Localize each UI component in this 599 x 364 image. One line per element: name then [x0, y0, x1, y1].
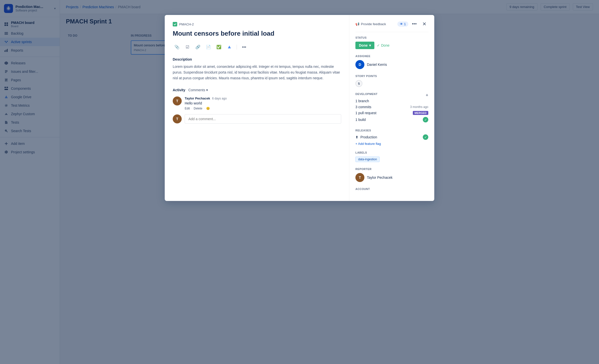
dev-item-build: 1 build ✓ — [355, 116, 428, 123]
story-points-value: 5 — [355, 80, 362, 87]
add-feature-flag-link[interactable]: + Add feature flag — [355, 142, 428, 146]
ticket-type-icon — [173, 22, 177, 26]
modal-overlay[interactable]: PMACH-2 Mount censors before initial loa… — [0, 0, 599, 364]
description-text: Lorem ipsum dolor sit amet, consectetur … — [173, 64, 341, 81]
release-upload-icon: ⬆ — [355, 135, 358, 139]
build-check-icon: ✓ — [423, 117, 428, 122]
close-button[interactable]: ✕ — [420, 20, 428, 28]
releases-section-title: RELEASES — [355, 129, 428, 132]
labels-section-title: LABELS — [355, 151, 428, 154]
status-value: Done — [359, 43, 368, 47]
comment-dot-1: · — [191, 107, 192, 110]
commits-age: 3 months ago — [410, 105, 428, 109]
comment-item-taylor: T Taylor Pechacek 6 days ago Hello world… — [173, 96, 341, 110]
assignee-row: D Daniel Kerris — [355, 60, 428, 69]
dev-item-branch: 1 branch — [355, 98, 428, 104]
reporter-avatar: T — [355, 173, 364, 182]
status-section: STATUS Done ▾ ✓ Done — [355, 36, 428, 49]
release-name-label: Production — [360, 135, 377, 139]
reporter-name: Taylor Pechacek — [367, 176, 393, 180]
emoji-reaction-icon[interactable]: 😊 — [206, 107, 210, 110]
story-points-section: STORY POINTS 5 — [355, 75, 428, 87]
modal-toolbar: 📎 ☑ 🔗 📄 ✅ ••• — [173, 43, 341, 51]
assignee-section-title: ASSIGNEE — [355, 55, 428, 58]
link-button[interactable]: 🔗 — [194, 43, 202, 51]
release-name-row: ⬆ Production — [355, 135, 377, 139]
development-section-title: DEVELOPMENT — [355, 92, 378, 95]
assignee-section: ASSIGNEE D Daniel Kerris — [355, 55, 428, 69]
page-button[interactable]: 📄 — [204, 43, 213, 51]
comment-time: 6 days ago — [212, 97, 227, 100]
modal-right: 📢 Provide feedback 👁 1 ••• ✕ STATUS — [349, 15, 434, 201]
comments-chevron-icon: ▾ — [206, 88, 208, 92]
status-row: Done ▾ ✓ Done — [355, 42, 428, 49]
modal-title: Mount censors before initial load — [173, 29, 341, 38]
status-chevron-icon: ▾ — [369, 43, 371, 47]
release-check-icon: ✓ — [423, 134, 428, 140]
merged-badge: MERGED — [413, 111, 428, 115]
development-section: DEVELOPMENT + 1 branch 3 commits 3 month… — [355, 92, 428, 123]
circle-check-button[interactable]: ✅ — [215, 43, 223, 51]
watchers-count: 1 — [404, 22, 406, 26]
watchers-badge[interactable]: 👁 1 — [397, 21, 408, 27]
reporter-row: T Taylor Pechacek — [355, 173, 428, 182]
comment-edit-link[interactable]: Edit — [185, 107, 190, 110]
comment-text: Hello world — [185, 101, 341, 105]
comment-content-taylor: Taylor Pechacek 6 days ago Hello world E… — [185, 96, 341, 110]
more-button[interactable]: ••• — [240, 43, 248, 51]
dev-item-pull-request: 1 pull request MERGED — [355, 110, 428, 116]
drive-button[interactable] — [225, 43, 234, 51]
modal-ticket-id-row: PMACH-2 — [173, 22, 341, 26]
feedback-label: Provide feedback — [361, 22, 386, 26]
checklist-button[interactable]: ☑ — [183, 43, 192, 51]
status-button[interactable]: Done ▾ — [355, 42, 374, 49]
add-feature-flag-label: + Add feature flag — [355, 142, 381, 146]
story-points-section-title: STORY POINTS — [355, 75, 428, 78]
status-section-title: STATUS — [355, 36, 428, 39]
pull-request-label: 1 pull request — [355, 111, 376, 115]
modal-left: PMACH-2 Mount censors before initial loa… — [165, 15, 349, 201]
attach-button[interactable]: 📎 — [173, 43, 181, 51]
status-check-text: Done — [381, 43, 389, 47]
comment-avatar-taylor: T — [173, 96, 182, 105]
branch-label: 1 branch — [355, 99, 369, 103]
modal: PMACH-2 Mount censors before initial loa… — [165, 15, 434, 201]
description-label: Description — [173, 57, 341, 61]
reporter-section: REPORTER T Taylor Pechacek — [355, 168, 428, 182]
comments-dropdown[interactable]: Comments ▾ — [188, 88, 208, 92]
comment-actions: Edit · Delete · 😊 — [185, 107, 341, 110]
modal-body: PMACH-2 Mount censors before initial loa… — [165, 15, 434, 201]
check-icon: ✓ — [377, 43, 380, 47]
labels-section: LABELS data-ingestion — [355, 151, 428, 162]
development-header-row: DEVELOPMENT + — [355, 92, 428, 98]
megaphone-icon: 📢 — [355, 22, 359, 26]
current-user-avatar: T — [173, 114, 182, 123]
comment-dot-2: · — [204, 107, 205, 110]
account-section: ACCOUNT — [355, 187, 428, 190]
add-comment-row: T — [173, 114, 341, 124]
comment-author-name: Taylor Pechacek — [185, 96, 210, 100]
modal-right-actions: 👁 1 ••• ✕ — [397, 20, 428, 28]
commits-label: 3 commits — [355, 105, 371, 109]
comment-author-row: Taylor Pechacek 6 days ago — [185, 96, 341, 100]
account-section-title: ACCOUNT — [355, 187, 428, 190]
dev-item-commits: 3 commits 3 months ago — [355, 104, 428, 110]
feedback-button[interactable]: 📢 Provide feedback — [355, 22, 386, 26]
comment-input[interactable] — [185, 114, 341, 124]
assignee-avatar: D — [355, 60, 364, 69]
releases-item-production: ⬆ Production ✓ — [355, 134, 428, 140]
releases-section: RELEASES ⬆ Production ✓ + Add feature fl… — [355, 129, 428, 146]
reporter-section-title: REPORTER — [355, 168, 428, 171]
label-tag[interactable]: data-ingestion — [355, 157, 380, 162]
development-add-button[interactable]: + — [426, 93, 428, 98]
eye-icon: 👁 — [400, 22, 403, 26]
svg-marker-23 — [228, 46, 231, 48]
assignee-name: Daniel Kerris — [367, 63, 387, 67]
activity-label: Activity — [173, 88, 185, 92]
activity-header: Activity Comments ▾ — [173, 88, 341, 92]
build-label: 1 build — [355, 118, 366, 122]
modal-right-header: 📢 Provide feedback 👁 1 ••• ✕ — [355, 20, 428, 32]
toolbar-separator — [237, 45, 237, 50]
comment-delete-link[interactable]: Delete — [194, 107, 202, 110]
more-options-button[interactable]: ••• — [410, 20, 418, 28]
